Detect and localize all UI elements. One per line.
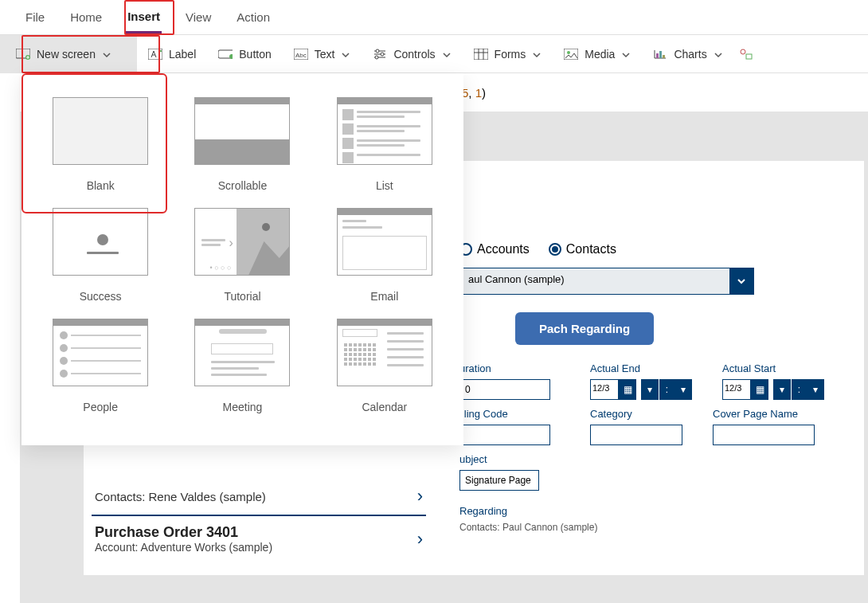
svg-point-8 bbox=[381, 53, 384, 56]
thumb-list bbox=[337, 97, 432, 165]
svg-rect-10 bbox=[474, 49, 488, 60]
new-screen-button[interactable]: New screen bbox=[0, 35, 137, 73]
thumb-meeting bbox=[194, 319, 290, 386]
tab-home[interactable]: Home bbox=[68, 2, 104, 32]
cover-page-input[interactable] bbox=[713, 425, 815, 445]
regarding-value: Contacts: Paul Cannon (sample) bbox=[459, 522, 842, 533]
button-icon bbox=[218, 49, 233, 60]
controls-dropdown[interactable]: Controls bbox=[362, 35, 462, 73]
hour-stepper[interactable]: ▾ bbox=[773, 379, 791, 400]
template-meeting[interactable]: Meeting bbox=[171, 311, 313, 421]
patch-regarding-button[interactable]: Pach Regarding bbox=[515, 312, 654, 345]
controls-icon bbox=[373, 49, 387, 60]
calendar-icon: ▦ bbox=[619, 379, 636, 400]
list-item-subtitle: Account: Adventure Works (sample) bbox=[95, 541, 272, 554]
template-tutorial[interactable]: › • ○ ○ ○ Tutorial bbox=[171, 200, 313, 311]
tab-action[interactable]: Action bbox=[235, 2, 272, 32]
svg-point-9 bbox=[375, 56, 378, 59]
text-icon: Abc bbox=[294, 49, 308, 60]
category-input[interactable] bbox=[590, 425, 682, 445]
menu-tabs: File Home Insert View Action bbox=[0, 0, 868, 35]
field-label: Actual Start bbox=[722, 362, 824, 374]
label-label: Label bbox=[169, 48, 196, 61]
thumb-blank bbox=[53, 97, 148, 165]
list-item[interactable]: Purchase Order 3401 Account: Adventure W… bbox=[92, 516, 426, 562]
duration-input[interactable] bbox=[459, 379, 550, 400]
charts-icon bbox=[653, 49, 667, 60]
text-dropdown[interactable]: Abc Text bbox=[283, 35, 362, 73]
label-icon bbox=[148, 49, 162, 60]
hour-stepper[interactable]: ▾ bbox=[641, 379, 659, 400]
form-preview: Accounts Contacts aul Cannon (sample) Pa… bbox=[459, 236, 842, 533]
chevron-down-icon bbox=[621, 49, 631, 59]
list-item-text: Contacts: Rene Valdes (sample) bbox=[95, 490, 266, 503]
field-label: illing Code bbox=[459, 408, 550, 420]
svg-rect-15 bbox=[663, 55, 665, 58]
svg-point-12 bbox=[567, 51, 570, 54]
forms-label: Forms bbox=[495, 48, 526, 61]
field-label: Actual End bbox=[590, 362, 692, 374]
regarding-list: Contacts: Rene Valdes (sample) › Purchas… bbox=[92, 478, 426, 562]
icons-button[interactable] bbox=[734, 35, 758, 73]
chevron-down-icon bbox=[102, 49, 111, 59]
svg-rect-13 bbox=[656, 53, 659, 58]
subject-input[interactable] bbox=[459, 470, 539, 491]
field-label: uration bbox=[459, 362, 550, 374]
thumb-success bbox=[53, 208, 148, 276]
template-blank[interactable]: Blank bbox=[29, 89, 171, 200]
regarding-block: Regarding Contacts: Paul Cannon (sample) bbox=[459, 505, 842, 533]
chevron-down-icon bbox=[442, 49, 452, 59]
actual-end-datetime[interactable]: 12/3 ▦ ▾ : ▾ bbox=[590, 379, 692, 400]
list-item[interactable]: Contacts: Rene Valdes (sample) › bbox=[92, 478, 426, 516]
button-button[interactable]: Button bbox=[207, 35, 282, 73]
forms-dropdown[interactable]: Forms bbox=[463, 35, 553, 73]
contact-dropdown[interactable]: aul Cannon (sample) bbox=[459, 268, 754, 295]
minute-stepper[interactable]: ▾ bbox=[674, 379, 692, 400]
list-item-title: Purchase Order 3401 bbox=[95, 524, 272, 541]
media-dropdown[interactable]: Media bbox=[553, 35, 642, 73]
template-calendar[interactable]: Calendar bbox=[314, 311, 456, 421]
regarding-label: Regarding bbox=[459, 505, 842, 517]
radio-accounts[interactable]: Accounts bbox=[459, 242, 530, 256]
minute-stepper[interactable]: ▾ bbox=[807, 379, 824, 400]
thumb-people bbox=[53, 319, 148, 386]
template-scrollable[interactable]: Scrollable bbox=[171, 89, 313, 200]
tab-file[interactable]: File bbox=[24, 2, 46, 32]
screen-icon bbox=[16, 49, 30, 60]
chevron-down-icon bbox=[714, 49, 723, 59]
media-label: Media bbox=[585, 48, 615, 61]
svg-text:Abc: Abc bbox=[295, 52, 307, 59]
tab-view[interactable]: View bbox=[184, 2, 213, 32]
template-email[interactable]: Email bbox=[314, 200, 456, 311]
tab-insert[interactable]: Insert bbox=[126, 2, 162, 33]
svg-point-7 bbox=[376, 49, 379, 53]
chevron-down-icon bbox=[729, 268, 753, 294]
radio-icon bbox=[549, 243, 561, 256]
new-screen-label: New screen bbox=[37, 48, 96, 61]
ribbon: New screen Label Button Abc Text Control… bbox=[0, 35, 868, 73]
formula-fragment: 5, 1) bbox=[462, 86, 486, 100]
billing-code-input[interactable] bbox=[459, 425, 550, 445]
charts-label: Charts bbox=[674, 48, 706, 61]
controls-label: Controls bbox=[393, 48, 435, 61]
svg-rect-17 bbox=[746, 54, 752, 59]
radio-contacts[interactable]: Contacts bbox=[549, 242, 616, 256]
template-success[interactable]: Success bbox=[29, 200, 171, 311]
svg-rect-14 bbox=[659, 51, 662, 58]
actual-start-datetime[interactable]: 12/3 ▦ ▾ : ▾ bbox=[722, 379, 824, 400]
charts-dropdown[interactable]: Charts bbox=[642, 35, 733, 73]
svg-point-16 bbox=[741, 49, 745, 54]
shapes-icon bbox=[739, 49, 753, 60]
media-icon bbox=[564, 49, 578, 60]
thumb-email bbox=[337, 208, 432, 276]
text-label: Text bbox=[315, 48, 335, 61]
template-list[interactable]: List bbox=[314, 89, 456, 200]
chevron-down-icon bbox=[341, 49, 350, 59]
label-button[interactable]: Label bbox=[137, 35, 207, 73]
template-people[interactable]: People bbox=[29, 311, 171, 421]
calendar-icon: ▦ bbox=[751, 379, 768, 400]
chevron-right-icon: › bbox=[417, 529, 423, 550]
formula-num2: 1 bbox=[475, 86, 482, 100]
field-label: Category bbox=[590, 408, 682, 420]
thumb-calendar bbox=[337, 319, 432, 386]
